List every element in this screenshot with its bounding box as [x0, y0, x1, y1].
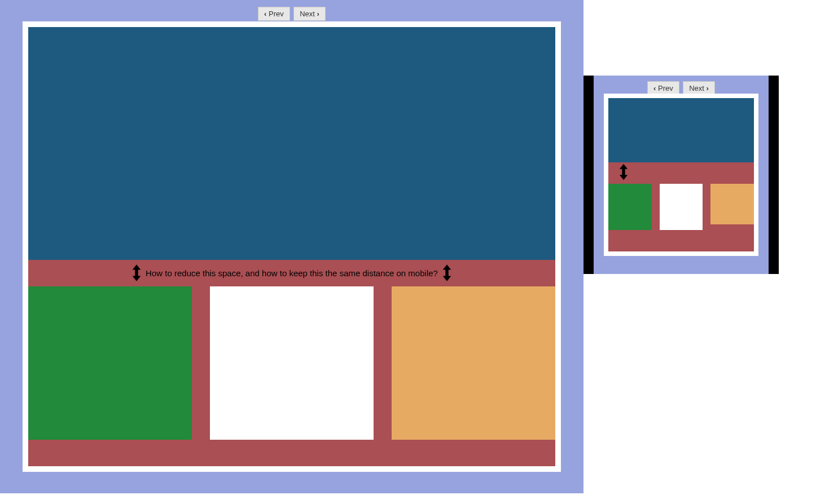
chevron-right-icon: ›	[317, 10, 319, 18]
tile-green	[28, 286, 192, 440]
next-button-label: Next	[689, 84, 704, 92]
desktop-section: How to reduce this space, and how to kee…	[28, 27, 555, 466]
tile-row	[608, 184, 754, 230]
vertical-arrow-icon	[440, 264, 454, 282]
next-button-label: Next	[300, 10, 315, 18]
mobile-section	[608, 98, 754, 251]
prev-button[interactable]: ‹ Prev	[258, 7, 290, 21]
prev-button-label: Prev	[269, 10, 284, 18]
desktop-nav-bar: ‹ Prev Next ›	[0, 7, 584, 21]
prev-button-label: Prev	[658, 84, 673, 92]
tile-green	[608, 184, 652, 230]
chevron-left-icon: ‹	[264, 10, 266, 18]
hero-block	[28, 27, 555, 260]
chevron-right-icon: ›	[707, 84, 709, 92]
desktop-card: How to reduce this space, and how to kee…	[23, 21, 561, 472]
mobile-mock-frame: ‹ Prev Next ›	[594, 76, 769, 274]
tile-white	[210, 286, 374, 440]
mobile-mock-bezel: ‹ Prev Next ›	[584, 76, 779, 274]
spacing-annotation-row	[608, 162, 754, 184]
next-button[interactable]: Next ›	[293, 7, 326, 21]
spacing-annotation-row: How to reduce this space, and how to kee…	[28, 260, 555, 286]
hero-block	[608, 98, 754, 162]
tile-orange	[392, 286, 555, 440]
tile-white	[660, 184, 703, 230]
chevron-left-icon: ‹	[653, 84, 656, 92]
vertical-arrow-icon	[130, 264, 143, 282]
desktop-mock-frame: ‹ Prev Next › How to reduce this space, …	[0, 0, 584, 493]
annotation-text: How to reduce this space, and how to kee…	[146, 268, 438, 278]
mobile-card	[604, 94, 758, 256]
tile-orange	[710, 184, 754, 224]
vertical-arrow-icon	[617, 163, 630, 183]
tile-row	[28, 286, 555, 440]
